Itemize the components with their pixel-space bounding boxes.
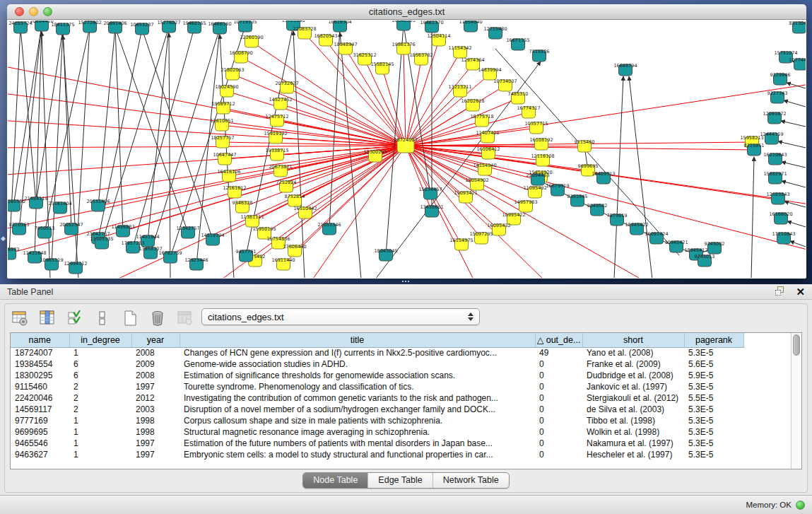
citation-edge-black [629, 76, 652, 278]
citation-edge-black [778, 141, 806, 148]
table-row[interactable]: 1456911722003Disruption of a novel membe… [11, 404, 743, 415]
column-header-name[interactable]: name [11, 333, 69, 347]
delete-trash-icon[interactable] [148, 309, 167, 327]
graph-node-label: 8215951 [744, 143, 765, 148]
graph-node-label: 15751074 [774, 50, 797, 56]
split-rows-icon[interactable] [93, 309, 112, 327]
table-row[interactable]: 911546021997Tourette syndrome. Phenomeno… [11, 381, 743, 392]
graph-node-label: 23161404 [48, 201, 71, 206]
table-cell: 2009 [131, 358, 180, 370]
table-cell: Nakamura et al. (1997) [582, 438, 684, 449]
citation-edge-black [751, 157, 754, 278]
graph-node-label: 15723140 [281, 21, 305, 23]
network-view-canvas[interactable]: 2405572420894410186113751527260220691406… [8, 21, 806, 278]
panel-expand-arrow-icon[interactable]: ◆ [1, 235, 6, 242]
table-row[interactable]: 946362711997Embryonic stem cells: a mode… [11, 449, 743, 460]
network-window-titlebar[interactable]: citations_edges.txt [7, 4, 806, 20]
table-cell: Embryonic stem cells: a model to study s… [180, 449, 535, 460]
row-checklist-icon[interactable] [66, 309, 84, 327]
graph-node-label: 18257757 [211, 135, 234, 141]
tab-edge-table[interactable]: Edge Table [367, 473, 432, 488]
new-document-icon[interactable] [121, 309, 139, 327]
table-cell: 0 [535, 381, 582, 392]
dropdown-stepper-icon [468, 313, 473, 321]
table-cell: 0 [535, 415, 582, 426]
graph-node-label: 9245013 [695, 254, 715, 259]
table-cell: Tourette syndrome. Phenomenology and cla… [180, 381, 535, 392]
graph-node-label: 11407421 [476, 130, 499, 136]
table-cell: 5.3E-5 [684, 438, 743, 449]
graph-node-label: 16774317 [517, 105, 540, 111]
graph-node-label: 25160550 [8, 199, 25, 204]
table-row[interactable]: 2242004622012Investigating the contribut… [11, 392, 743, 404]
column-header-title[interactable]: title [180, 333, 535, 347]
graph-node-label: 12504114 [427, 33, 450, 39]
graph-node-label: 16108192 [529, 137, 553, 143]
citation-network-graph[interactable]: 2405572420894410186113751527260220691406… [8, 21, 806, 278]
graph-node-label: 18024590 [215, 84, 238, 90]
table-row[interactable]: 1938455462009Genome-wide association stu… [11, 358, 743, 370]
table-cell: 1998 [131, 426, 180, 438]
split-divider-grip[interactable] [401, 280, 410, 284]
table-row[interactable]: 946554611997Estimation of the future num… [11, 438, 743, 449]
table-cell: 6 [69, 370, 131, 381]
table-row[interactable]: 977716911998Corpus callosum shape and si… [11, 415, 743, 426]
graph-node-label: 7485310 [508, 91, 529, 97]
column-header-short[interactable]: short [582, 333, 684, 347]
column-header-out_de[interactable]: △ out_de... [535, 333, 582, 347]
citation-edge-black [63, 35, 78, 278]
table-cell: 1 [69, 426, 131, 438]
graph-node-label: 14519194 [201, 233, 224, 238]
table-row[interactable]: 1830029562008Estimation of significance … [11, 370, 743, 381]
column-header-pagerank[interactable]: pagerank [684, 333, 743, 347]
float-panel-icon[interactable] [775, 286, 786, 297]
table-scrollbar[interactable] [791, 333, 801, 469]
import-table-disabled-icon[interactable] [176, 309, 194, 327]
table-cell: 0 [535, 404, 582, 415]
table-selector-dropdown[interactable]: citations_edges.txt [201, 308, 480, 325]
column-header-year[interactable]: year [131, 333, 180, 347]
table-cell: 1 [69, 438, 131, 449]
table-cell: Dudbridge et al. (2008) [582, 370, 684, 381]
graph-node-label: 15950195 [252, 226, 276, 232]
table-cell: 5.3E-5 [684, 404, 743, 415]
citation-edge-red [406, 64, 473, 146]
table-cell: 9465546 [11, 438, 69, 449]
table-cell: 5.3E-5 [684, 426, 743, 438]
graph-node-label: 11054840 [459, 21, 482, 25]
table-cell: Stergiakouli et al. (2012) [582, 392, 684, 404]
table-cell: 0 [535, 426, 582, 438]
table-panel-title: Table Panel [7, 287, 775, 297]
graph-node-label: 12093872 [763, 111, 786, 117]
graph-node-label: 13213211 [448, 84, 471, 90]
table-cell: 6 [69, 358, 131, 370]
graph-node-label: 14839994 [478, 67, 501, 73]
table-scrollbar-thumb[interactable] [793, 334, 800, 356]
graph-node-label: 9546328 [233, 200, 253, 206]
close-panel-icon[interactable]: ✕ [796, 286, 805, 297]
table-row[interactable]: 969969511998Structural magnetic resonanc… [11, 426, 743, 438]
graph-node-label: 8813044 [789, 21, 806, 26]
column-header-in_degree[interactable]: in_degree [69, 333, 131, 347]
graph-node-label: 18611375 [51, 22, 74, 28]
table-cell: 5.3E-5 [684, 381, 743, 392]
tab-network-table[interactable]: Network Table [433, 473, 509, 488]
table-cell: Corpus callosum shape and size in male p… [180, 415, 535, 426]
graph-node-label: 17606440 [283, 244, 306, 250]
table-settings-icon[interactable] [11, 309, 29, 327]
graph-node-label: 9156983 [8, 247, 19, 252]
table-row[interactable]: 1872400712008Changes of HCN gene express… [11, 347, 743, 358]
graph-node-label: 24055724 [8, 21, 32, 26]
network-window[interactable]: citations_edges.txt 24055724208944101861… [7, 4, 806, 279]
citation-edge-red [98, 146, 406, 206]
table-cell: 9463627 [11, 449, 69, 460]
table-cell: Disruption of a novel member of a sodium… [180, 404, 535, 415]
tab-node-table[interactable]: Node Table [303, 473, 367, 488]
graph-node-label: 7679919 [607, 213, 628, 218]
graph-node-label: 21802063 [220, 67, 244, 73]
select-columns-icon[interactable] [38, 309, 57, 327]
table-cell: Tibbo et al. (1998) [582, 415, 684, 426]
table-cell: 2012 [131, 392, 180, 404]
graph-node-label: 11095492 [523, 185, 546, 191]
table-cell: 9699695 [11, 426, 69, 438]
